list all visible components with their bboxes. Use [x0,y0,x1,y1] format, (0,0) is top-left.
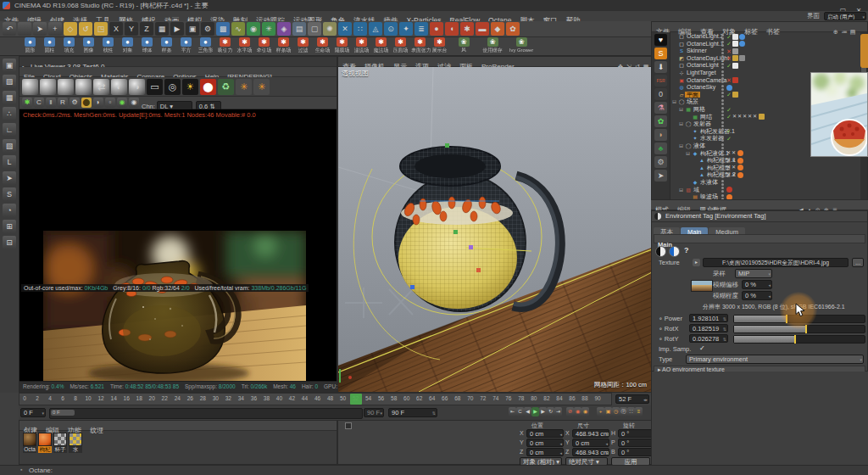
tag-ball-icon[interactable] [737,150,743,156]
toolbar-item-压面场[interactable]: ✱压面场 [391,37,410,54]
param-field-RotY[interactable]: 0.026278⇅ [689,334,728,343]
preview-range-slider[interactable]: 0 F [49,408,363,419]
particles-b-icon[interactable]: ✳ [253,79,270,95]
particles-a-icon[interactable]: ✳ [236,79,252,95]
realflow-4-icon[interactable]: ▬ [476,22,489,36]
material-tag-icon[interactable] [732,77,738,83]
realflow-5-icon[interactable]: ◆ [491,22,504,36]
toolbar-item-隔膜场[interactable]: ✱隔膜场 [332,37,352,54]
interface-dropdown[interactable]: 启动 (用户)▾ [824,12,866,20]
half-dark-icon[interactable]: ◐ [111,79,127,95]
lock-z-axis-icon[interactable]: Z [140,22,153,36]
coord-field-X0[interactable]: 0 cm◂ [526,429,564,438]
render-settings-icon[interactable]: ⚙ [201,22,214,36]
recycle-icon[interactable]: ♻ [218,79,234,95]
key-pla-button[interactable]: ∷ [627,407,635,416]
material-tag-icon[interactable] [732,55,738,61]
paint-bucket-icon[interactable]: ◔ [3,204,16,217]
realflow-6-icon[interactable]: ✿ [506,22,520,36]
blur-offset-field[interactable]: 0 %◂ [742,280,772,289]
gear-icon[interactable]: ⚙ [654,156,667,168]
shell-icon[interactable]: ◗ [654,129,667,141]
toolbar-item-平方[interactable]: ●平方 [176,37,196,54]
pink-tool-icon[interactable]: ⚗ [654,102,667,114]
toolbar-item-线性[interactable]: ●线性 [98,37,118,54]
toolbar-item-对象[interactable]: ●对象 [118,37,137,54]
workplane-mode-icon[interactable]: ▦ [3,91,16,104]
add-mograph-icon[interactable]: ✳ [262,22,275,36]
texture-browse-button[interactable]: ... [852,258,864,267]
skinner-preset-icon[interactable]: S [654,48,667,59]
key-parameter-button[interactable]: Ⓟ [620,407,627,416]
import-drop-icon[interactable]: ⬇ [654,61,667,73]
render-view-icon[interactable]: ▶ [170,22,184,36]
half-blue-icon[interactable]: ◑ [129,79,145,95]
material-tag-icon[interactable] [732,92,738,98]
toolbar-item-风[interactable]: ❀风 [449,37,478,54]
end-frame-small[interactable]: 90 F▾ [364,408,384,417]
coord-field-X1[interactable]: 468.943 cm◂ [572,429,609,438]
add-generator-icon[interactable]: ◉ [247,22,260,36]
layers-b-icon[interactable]: ⊟ [3,236,16,249]
region-icon[interactable]: R [58,98,68,108]
picture-small-icon[interactable]: ▫ [105,98,115,108]
live-selection-icon[interactable]: ➤ [33,22,47,36]
xparticles-2-icon[interactable]: ∷ [353,22,367,36]
xparticles-4-icon[interactable]: ⊙ [384,22,398,36]
move-tool-icon[interactable]: + [48,22,62,36]
live-viewer-titlebar[interactable]: ▪ Live Viewer 3.08-Test6.0 [19,57,337,67]
toolbar-item-表面张力[interactable]: ✱表面张力 [410,37,430,54]
material-swatch-枸杞[interactable]: 枸杞 [38,433,52,453]
model-mode-icon[interactable]: ▣ [3,59,16,72]
material-tag-icon[interactable] [732,41,738,47]
pick-focus-icon[interactable]: ◉ [117,98,127,108]
xparticles-1-icon[interactable]: ✕ [338,22,352,36]
realflow-1-icon[interactable]: ● [430,22,443,36]
lock-y-axis-icon[interactable]: Y [125,22,138,36]
toolbar-item-样条场[interactable]: ✱样条场 [274,37,293,54]
texture-thumbnail[interactable] [691,280,713,292]
cycle-mode-button[interactable]: ↻ [547,407,554,416]
coord-field-Y0[interactable]: 0 cm◂ [526,439,564,447]
rotate-tool-icon[interactable]: ↺ [79,22,92,36]
film-white-icon[interactable]: ▭ [147,79,163,95]
material-tag-icon[interactable] [759,114,765,120]
key-rotation-button[interactable]: ◷ [612,407,620,416]
edges-mode-icon[interactable]: ∟ [3,123,16,137]
undo-icon[interactable]: ↶ [3,22,16,36]
preview-ball-1-icon[interactable] [22,79,38,95]
green-flower-icon[interactable]: ✿ [654,115,667,127]
next-frame-button[interactable]: ▶ [539,407,547,416]
realflow-3-icon[interactable]: ✱ [460,22,474,36]
param-slider-RotY[interactable] [733,335,865,344]
toolbar-item-样条[interactable]: ●样条 [157,37,176,54]
pick-material-icon[interactable]: ◉ [129,98,139,108]
visibility-dots-icon[interactable] [721,193,725,199]
toolbar-item-Ivy Grower[interactable]: ❀Ivy Grower [507,37,536,53]
coord-field-Z0[interactable]: 0 cm◂ [526,448,564,456]
toolbar-item-湍流场[interactable]: ✱湍流场 [352,37,371,54]
favorites-icon[interactable]: ♥ [654,34,667,46]
toolbar-item-使用缓存[interactable]: ❀使用缓存 [478,37,507,54]
leaf-icon[interactable]: ♣ [654,142,667,154]
keyframe-button[interactable]: ◉ [581,407,589,416]
tag-ball-icon[interactable] [726,194,732,199]
goto-start-button[interactable]: ⇤ [509,407,516,416]
enable-axis-icon[interactable]: L [3,155,16,169]
toolbar-item-球体[interactable]: ●球体 [137,37,157,54]
toolbar-item-过滤[interactable]: ✱过滤 [293,37,313,54]
toolbar-item-三角形[interactable]: ●三角形 [196,37,215,54]
help-icon[interactable]: ? [684,246,689,254]
view-label[interactable]: 透视视图 [342,69,369,78]
imp-samp-checkbox[interactable]: ✓ [699,344,705,352]
xparticles-5-icon[interactable]: ✦ [399,22,413,36]
timeline-ruler[interactable]: 0246810121416182022242628303234363840424… [19,393,612,405]
end-frame-field[interactable]: 90 F⇅ [388,408,437,417]
render-area[interactable]: Check:0ms./2ms. MeshGen:0ms. Update[E]:0… [19,109,337,381]
toolbar-item-吸引力[interactable]: ✱吸引力 [215,37,235,54]
panel-tab-handle[interactable] [860,34,868,68]
coord-field-H2[interactable]: 0 °◂ [618,429,655,438]
soft-selection-icon[interactable]: S [3,187,16,201]
texture-expand-button[interactable]: ▸ [693,259,700,266]
toolbar-item-填充[interactable]: ●填充 [59,37,79,54]
